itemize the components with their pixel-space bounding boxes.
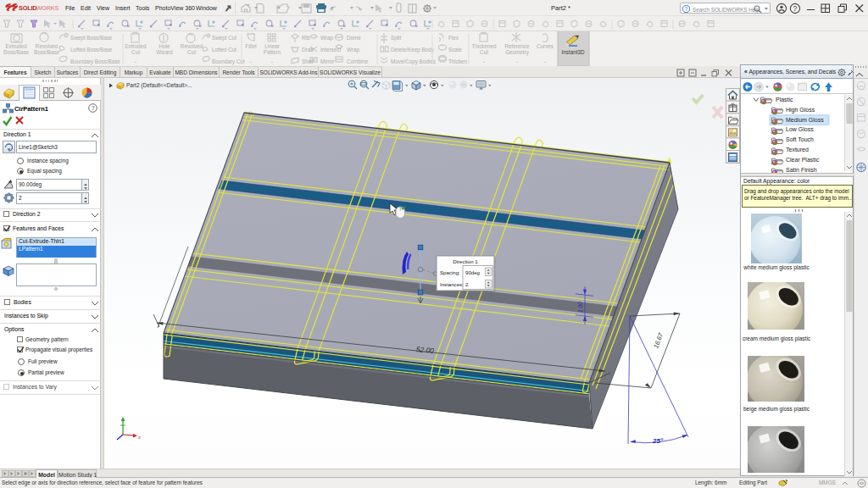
svg-text:Lofted Cut: Lofted Cut <box>212 47 236 53</box>
svg-text:Boss/Base: Boss/Base <box>34 49 60 55</box>
svg-text:Thicken: Thicken <box>448 58 468 64</box>
svg-text:Mirror: Mirror <box>320 58 334 64</box>
svg-text:?: ? <box>91 104 94 112</box>
svg-text:Wizard: Wizard <box>156 49 173 55</box>
svg-text:Swept Cut: Swept Cut <box>212 35 236 42</box>
svg-text:Split: Split <box>391 35 401 42</box>
svg-text:Flex: Flex <box>448 35 459 41</box>
svg-text:Reference: Reference <box>504 43 530 49</box>
svg-text:Spacing:: Spacing: <box>440 269 460 275</box>
svg-text:Boundary Boss/Base: Boundary Boss/Base <box>70 58 120 65</box>
svg-text:?: ? <box>793 4 798 13</box>
svg-text:Extruded: Extruded <box>125 43 147 49</box>
svg-text:white medium gloss plastic: white medium gloss plastic <box>743 264 810 271</box>
svg-text:-: - <box>135 58 137 64</box>
svg-text:Soft Touch: Soft Touch <box>786 136 814 142</box>
svg-text:x: x <box>137 435 141 440</box>
svg-text:-: - <box>271 58 274 64</box>
svg-text:?: ? <box>685 6 688 12</box>
svg-text:Combine: Combine <box>347 58 369 64</box>
svg-text:Direction 1: Direction 1 <box>453 258 478 264</box>
svg-text:cream medium gloss plastic: cream medium gloss plastic <box>743 336 811 342</box>
svg-text:Fillet: Fillet <box>245 43 257 49</box>
svg-text:1.00: 1.00 <box>577 302 583 313</box>
svg-text:Boss/Base: Boss/Base <box>3 49 30 55</box>
svg-text:Cut: Cut <box>187 49 196 55</box>
svg-text:Boundary Cut: Boundary Cut <box>212 58 245 65</box>
svg-text:Clear Plastic: Clear Plastic <box>786 157 820 163</box>
svg-text:Linear: Linear <box>264 43 280 49</box>
svg-text:-: - <box>544 58 547 64</box>
svg-text:25°: 25° <box>652 437 664 445</box>
svg-text:Pattern: Pattern <box>264 49 281 55</box>
svg-text:Revolved: Revolved <box>36 43 58 49</box>
svg-text:Curves: Curves <box>537 43 554 49</box>
svg-text:Dome: Dome <box>347 35 361 41</box>
svg-text:90deg: 90deg <box>465 269 480 275</box>
svg-text:-: - <box>250 58 253 64</box>
svg-text:Scale: Scale <box>448 47 462 53</box>
svg-text:Extruded: Extruded <box>5 43 27 49</box>
svg-text:Geometry: Geometry <box>505 49 529 56</box>
svg-text:Intersect: Intersect <box>320 47 341 53</box>
svg-text:Revolved: Revolved <box>181 43 203 49</box>
svg-text:WORKS: WORKS <box>36 4 59 12</box>
svg-text:Low Gloss: Low Gloss <box>786 126 814 132</box>
svg-text:Textured: Textured <box>786 147 809 152</box>
svg-text:High Gloss: High Gloss <box>786 107 815 114</box>
svg-text:Instances:: Instances: <box>440 281 464 287</box>
svg-text:Cut: Cut <box>131 49 140 55</box>
svg-text:16.67: 16.67 <box>652 331 665 350</box>
svg-text:SOLID: SOLID <box>19 4 36 12</box>
svg-text:Wrap: Wrap <box>347 47 359 53</box>
svg-text:-: - <box>483 58 486 64</box>
svg-text:Rib: Rib <box>302 35 310 41</box>
svg-text:Draft: Draft <box>302 47 314 53</box>
svg-text:Swept Boss/Base: Swept Boss/Base <box>70 35 113 42</box>
svg-text:Plastic: Plastic <box>776 97 793 103</box>
svg-text:beige medium gloss plastic: beige medium gloss plastic <box>743 406 810 413</box>
svg-text:Part2 (Default<<Default>...: Part2 (Default<<Default>... <box>126 82 192 89</box>
svg-text:Wrap: Wrap <box>320 35 333 42</box>
svg-text:Cut: Cut <box>480 49 488 55</box>
svg-text:-: - <box>516 58 519 64</box>
svg-text:Lofted Boss/Base: Lofted Boss/Base <box>70 47 113 53</box>
svg-text:Shell: Shell <box>302 58 314 64</box>
svg-text:Delete/Keep Body: Delete/Keep Body <box>391 47 435 53</box>
svg-text:Hole: Hole <box>159 43 170 49</box>
svg-text:Move/Copy Bodies: Move/Copy Bodies <box>391 58 436 65</box>
svg-text:Thickened: Thickened <box>471 43 497 49</box>
svg-text:Instant3D: Instant3D <box>562 49 585 55</box>
svg-text:Medium Gloss: Medium Gloss <box>786 117 824 123</box>
